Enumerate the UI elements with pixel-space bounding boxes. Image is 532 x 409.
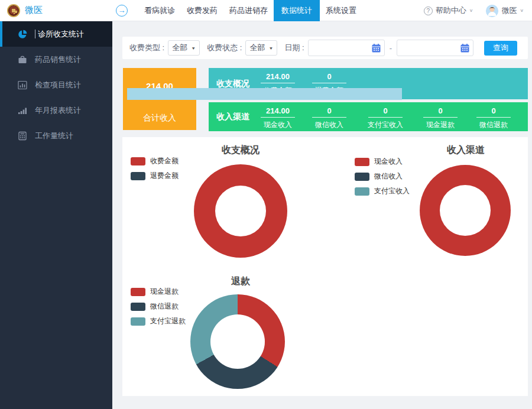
legend-item[interactable]: 现金收入 <box>355 157 410 167</box>
column-divider <box>476 117 511 118</box>
calculator-icon <box>18 131 28 141</box>
text-caret <box>35 30 35 38</box>
sidebar-item-exam-items[interactable]: 检查项目统计 <box>0 72 112 98</box>
column-divider <box>368 117 403 118</box>
tab-drug-inventory[interactable]: 药品进销存 <box>223 0 274 21</box>
navbar-right: ? 帮助中心 ∨ 微医 ∨ <box>424 0 524 21</box>
summary-column: 0 现金退款 <box>416 106 465 130</box>
legend-swatch <box>131 288 145 296</box>
fee-status-value: 全部 <box>249 43 265 53</box>
help-icon: ? <box>424 7 433 15</box>
arrow-right-icon: → <box>118 6 126 15</box>
date-from-field[interactable] <box>308 40 385 56</box>
fee-type-label: 收费类型 : <box>129 43 164 53</box>
medicine-box-icon <box>18 55 28 64</box>
donut-hole <box>440 185 491 236</box>
legend-item[interactable]: 支付宝收入 <box>355 186 410 196</box>
tab-system-settings[interactable]: 系统设置 <box>320 0 362 21</box>
sidebar-item-workload[interactable]: 工作量统计 <box>0 123 112 148</box>
legend-label: 微信收入 <box>374 171 403 181</box>
brand-name: 微医 <box>25 5 43 16</box>
column-value: 214.00 <box>253 72 303 81</box>
chevron-down-icon: ∨ <box>469 8 473 13</box>
legend-swatch <box>131 303 145 311</box>
trend-bars-icon <box>18 106 28 115</box>
chart-legend-overview: 收费金额 退费金额 <box>131 156 179 181</box>
caret-down-icon: ▼ <box>191 46 196 50</box>
sidebar-item-label: 检查项目统计 <box>35 80 81 90</box>
legend-label: 现金退款 <box>150 287 179 297</box>
sidebar-item-monthly-reports[interactable]: 年月报表统计 <box>0 98 112 123</box>
legend-label: 收费金额 <box>150 156 179 166</box>
app-logo-icon <box>7 4 20 17</box>
column-divider <box>261 83 295 83</box>
summary-column: 214.00 现金收入 <box>253 106 303 130</box>
chart-title-overview: 收支概况 <box>193 144 288 157</box>
help-center-menu[interactable]: ? 帮助中心 ∨ <box>424 5 473 16</box>
sidebar-item-clinic-income-expense[interactable]: 诊所收支统计 <box>0 21 112 47</box>
sidebar: 诊所收支统计 药品销售统计 检查项目统计 年月报表统计 工作量统计 <box>0 21 112 409</box>
column-label: 现金收入 <box>253 120 303 130</box>
chart-legend-channels: 现金收入 微信收入 支付宝收入 <box>355 157 410 196</box>
column-label: 支付宝收入 <box>361 120 410 130</box>
user-avatar <box>486 5 498 17</box>
column-label: 现金退款 <box>416 120 465 130</box>
donut-hole <box>210 314 265 369</box>
brand-area: 微医 <box>0 4 112 17</box>
search-button[interactable]: 查询 <box>484 41 517 56</box>
date-label: 日期 : <box>284 43 304 53</box>
tab-data-statistics[interactable]: 数据统计 <box>274 0 320 21</box>
column-value: 214.00 <box>253 106 303 115</box>
chart-legend-refunds: 现金退款 微信退款 支付宝退款 <box>131 287 186 326</box>
legend-label: 现金收入 <box>374 157 403 167</box>
legend-swatch <box>131 157 145 165</box>
user-menu[interactable]: 微医 ∨ <box>486 5 524 17</box>
overview-donut-chart[interactable] <box>194 164 287 258</box>
sidebar-item-label: 诊所收支统计 <box>38 29 84 40</box>
top-navbar: 微医 → 看病就诊 收费发药 药品进销存 数据统计 系统设置 ? 帮助中心 ∨ … <box>0 0 532 21</box>
calendar-icon <box>460 44 469 53</box>
fee-type-select[interactable]: 全部 ▼ <box>168 40 200 56</box>
avatar-person-icon <box>486 5 498 17</box>
legend-label: 退费金额 <box>150 171 179 181</box>
sidebar-item-label: 药品销售统计 <box>35 54 81 65</box>
pie-chart-icon <box>18 30 28 39</box>
fee-status-label: 收费状态 : <box>207 43 242 53</box>
legend-item[interactable]: 退费金额 <box>131 171 179 181</box>
charts-panel: 收支概况 收费金额 退费金额 收入渠道 现金收入 微信收入 支付宝收入 退款 <box>122 137 528 396</box>
fee-type-value: 全部 <box>172 43 187 53</box>
income-channel-bar: 收入渠道 214.00 现金收入 0 微信收入 0 支付宝收入 0 现金退款 0… <box>209 102 528 131</box>
fee-status-select[interactable]: 全部 ▼ <box>245 40 277 56</box>
user-name: 微医 <box>501 5 517 16</box>
column-value: 0 <box>361 106 410 115</box>
redaction-overlay <box>127 88 402 100</box>
column-divider <box>312 117 346 118</box>
legend-label: 支付宝退款 <box>150 316 186 326</box>
date-to-field[interactable] <box>397 40 473 56</box>
column-label: 微信退款 <box>469 120 518 130</box>
chart-title-refunds: 退款 <box>193 275 288 288</box>
column-divider <box>423 117 458 118</box>
legend-item[interactable]: 收费金额 <box>131 156 179 166</box>
tab-outpatient[interactable]: 看病就诊 <box>138 0 181 21</box>
chart-title-channels: 收入渠道 <box>419 144 513 157</box>
column-divider <box>261 117 295 118</box>
legend-swatch <box>131 317 145 326</box>
legend-item[interactable]: 支付宝退款 <box>131 316 186 326</box>
legend-item[interactable]: 微信收入 <box>355 171 410 181</box>
summary-column: 0 微信退款 <box>469 106 518 130</box>
legend-item[interactable]: 现金退款 <box>131 287 186 297</box>
calendar-icon <box>372 44 381 53</box>
date-range-separator: - <box>390 44 392 53</box>
legend-swatch <box>355 173 369 181</box>
channels-donut-chart[interactable] <box>420 165 511 256</box>
legend-item[interactable]: 微信退款 <box>131 301 186 311</box>
help-label: 帮助中心 <box>436 5 466 16</box>
summary-column: 0 微信收入 <box>304 106 354 130</box>
legend-label: 支付宝收入 <box>374 186 410 196</box>
sidebar-item-drug-sales[interactable]: 药品销售统计 <box>0 47 112 72</box>
column-label: 微信收入 <box>304 120 354 130</box>
refunds-donut-chart[interactable] <box>190 294 285 389</box>
sidebar-collapse-button[interactable]: → <box>116 5 128 17</box>
tab-charging-dispensing[interactable]: 收费发药 <box>181 0 223 21</box>
